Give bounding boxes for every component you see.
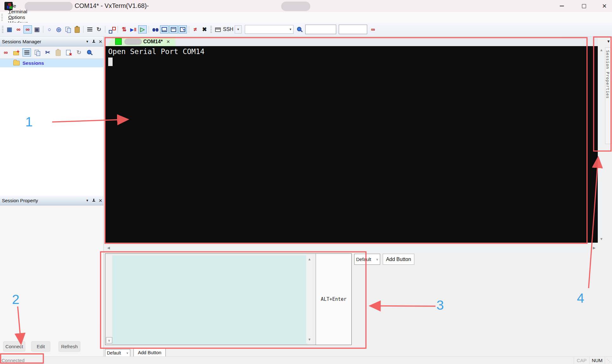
- pin-icon[interactable]: [92, 39, 96, 44]
- globe-icon[interactable]: ○: [45, 25, 54, 33]
- chevron-down-icon: ∨: [374, 254, 380, 264]
- scroll-up-icon[interactable]: ▲: [600, 48, 603, 52]
- protocol-dropdown-button[interactable]: ▼: [235, 25, 242, 33]
- scroll-left-icon[interactable]: ◀: [107, 246, 110, 250]
- pane-menu-icon[interactable]: ▼: [86, 199, 89, 202]
- close-pane-icon[interactable]: ×: [99, 39, 102, 45]
- panel-bottom-icon[interactable]: [178, 25, 187, 33]
- terminal-tabbar: [105, 37, 598, 46]
- filter-field-2[interactable]: [339, 25, 367, 34]
- tree-item-label: Sessions: [22, 60, 44, 66]
- sessions-manager-header: Sessions Manager ▼ ×: [0, 37, 103, 46]
- sessions-tree: Sessions: [0, 59, 103, 196]
- filter-icon[interactable]: ≠: [191, 25, 200, 33]
- dock-menu-icon[interactable]: ▼: [607, 39, 610, 44]
- redacted-blob: [124, 39, 142, 45]
- redacted-blob: [281, 2, 310, 11]
- search-sessions-icon[interactable]: [85, 48, 94, 57]
- terminal-horizontal-scrollbar[interactable]: ◀ ▶: [105, 244, 598, 252]
- title-bar: COM14* - VxTerm(V1.68)- ×: [0, 0, 612, 12]
- add-button-bottom[interactable]: Add Button: [133, 348, 166, 357]
- protocol-label: SSH: [222, 27, 235, 32]
- command-panel: ∨ ▲ ▼ ALT+Enter: [105, 253, 352, 345]
- add-button-top[interactable]: Add Button: [383, 254, 414, 265]
- preset-select-top[interactable]: Default ∨: [354, 254, 380, 265]
- connect-button[interactable]: Connect: [3, 341, 25, 352]
- tab-session-properties[interactable]: Session Properties: [605, 47, 612, 144]
- play-pause-icon[interactable]: [129, 25, 138, 33]
- find-icon[interactable]: [151, 25, 159, 33]
- close-button[interactable]: ×: [596, 0, 612, 12]
- menu-grip: [1, 14, 3, 21]
- toolbar-grip: [210, 26, 212, 33]
- num-lock-indicator: NUM: [589, 357, 605, 364]
- disconnect-icon[interactable]: ◎: [54, 25, 63, 33]
- tab-com14[interactable]: COM14* ×: [108, 37, 175, 46]
- panel-top-icon[interactable]: [169, 25, 178, 33]
- separator: [105, 26, 105, 33]
- refresh-button[interactable]: Refresh: [59, 341, 80, 352]
- tab-close-icon[interactable]: ×: [166, 39, 170, 45]
- connection-status: Connected: [0, 358, 574, 363]
- tree-item-sessions[interactable]: Sessions: [0, 59, 103, 67]
- connect-icon[interactable]: ∞: [23, 25, 32, 33]
- menu-terminal[interactable]: Terminal: [4, 9, 32, 15]
- main-toolbar: ▦∞∞▣○◎↻⇅▷≠✖ SSH ▼ ▼ ∞: [0, 22, 612, 37]
- terminal-line: Open Serial Port COM14: [108, 47, 205, 56]
- pane-menu-icon[interactable]: ▼: [86, 40, 89, 43]
- refresh-sessions-icon[interactable]: ↻: [75, 48, 83, 57]
- terminal-screen[interactable]: Open Serial Port COM14: [105, 46, 598, 243]
- chevron-down-icon: ▼: [288, 25, 293, 33]
- save-session-icon[interactable]: ▣: [33, 25, 41, 33]
- alt-enter-button[interactable]: ALT+Enter: [316, 254, 351, 345]
- window-icon[interactable]: [213, 25, 222, 33]
- highlight-search-icon[interactable]: [295, 25, 304, 33]
- separator: [189, 26, 189, 33]
- scroll-down-icon[interactable]: ▼: [308, 337, 311, 341]
- link-icon[interactable]: ∞: [369, 25, 377, 33]
- panel-log-icon[interactable]: [160, 25, 169, 33]
- resize-grip[interactable]: ⋱: [605, 357, 612, 364]
- quick-connect-icon[interactable]: ∞: [14, 25, 23, 33]
- copy-session-icon[interactable]: [33, 48, 41, 57]
- delete-session-icon[interactable]: [64, 48, 73, 57]
- separator: [118, 26, 118, 33]
- separator: [149, 26, 149, 33]
- save-icon[interactable]: ▦: [5, 25, 14, 33]
- terminal-vertical-scrollbar[interactable]: ▲ ▼: [598, 46, 605, 243]
- session-combobox[interactable]: ▼: [245, 25, 294, 34]
- clear-icon[interactable]: ✖: [200, 25, 209, 33]
- pin-icon[interactable]: [92, 198, 96, 203]
- maximize-button[interactable]: [576, 0, 592, 12]
- log-list-icon[interactable]: [85, 25, 94, 33]
- add-session-icon[interactable]: [12, 48, 21, 57]
- sessions-manager-toolbar: ∞✂↻: [0, 46, 103, 59]
- copy-icon[interactable]: [64, 25, 72, 33]
- cut-session-icon[interactable]: ✂: [43, 48, 52, 57]
- reload-icon[interactable]: ↻: [95, 25, 103, 33]
- menu-file[interactable]: File: [4, 3, 32, 9]
- paste-session-icon[interactable]: [54, 48, 62, 57]
- command-scrollbar[interactable]: ▲ ▼: [306, 255, 312, 343]
- list-view-icon[interactable]: [22, 48, 31, 57]
- left-dock-panel: Sessions Manager ▼ × ∞✂↻ Sessions Sessio…: [0, 37, 104, 356]
- minimize-button[interactable]: [553, 0, 570, 12]
- connect-session-icon[interactable]: ∞: [2, 48, 10, 57]
- close-pane-icon[interactable]: ×: [99, 197, 102, 203]
- edit-button[interactable]: Edit: [31, 341, 50, 352]
- command-input[interactable]: [112, 255, 307, 344]
- paste-icon[interactable]: [73, 25, 81, 33]
- vxterm-window: COM14* - VxTerm(V1.68)- × FileTerminalOp…: [0, 0, 612, 364]
- scroll-down-icon[interactable]: ▼: [600, 237, 603, 241]
- scroll-up-icon[interactable]: ▲: [308, 257, 311, 261]
- collapse-button[interactable]: ∨: [106, 337, 112, 343]
- run-icon[interactable]: ▷: [138, 25, 147, 33]
- scroll-right-icon[interactable]: ▶: [593, 246, 596, 250]
- menu-options[interactable]: Options: [4, 15, 32, 20]
- send-receive-icon[interactable]: ⇅: [120, 25, 128, 33]
- serial-pin-icon[interactable]: [107, 25, 116, 33]
- maximize-icon: [582, 4, 586, 8]
- filter-field-1[interactable]: [305, 25, 336, 34]
- preset-select-bottom[interactable]: Default ∨: [105, 349, 130, 357]
- caps-lock-indicator: CAP: [574, 357, 589, 364]
